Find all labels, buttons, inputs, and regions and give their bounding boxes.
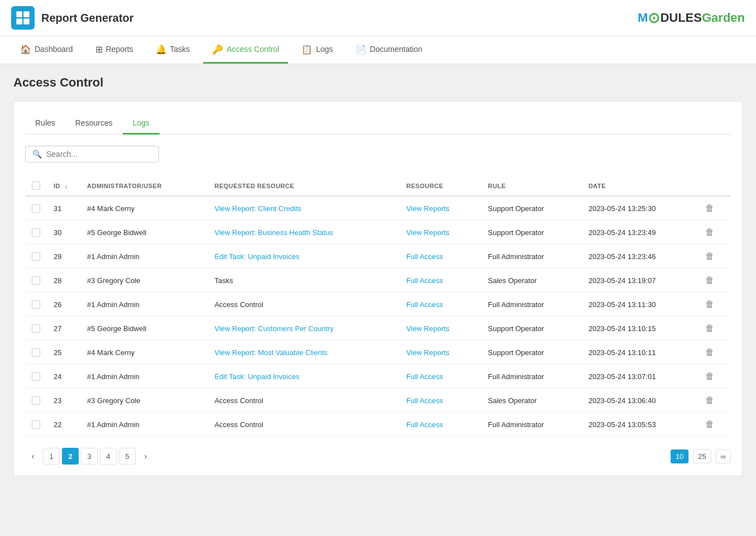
row-checkbox-28[interactable] (32, 276, 40, 285)
row-checkbox-cell (25, 389, 47, 413)
resource-link-26[interactable]: Full Access (406, 300, 443, 309)
page-btn-3[interactable]: 3 (81, 448, 98, 465)
delete-btn-29[interactable]: 🗑 (705, 251, 714, 261)
bell-icon: 🔔 (156, 44, 167, 55)
table-row: 24 #1 Admin Admin Edit Task: Unpaid Invo… (25, 365, 731, 389)
per-page-25[interactable]: 25 (693, 449, 711, 463)
prev-page-btn[interactable]: ‹ (25, 448, 41, 464)
per-page-10[interactable]: 10 (671, 449, 688, 463)
table-wrapper: ID ↓ Administrator/User Requested Resour… (25, 176, 731, 437)
resource-link-30[interactable]: View Reports (406, 228, 449, 237)
row-rule-30: Support Operator (481, 221, 582, 245)
resource-link-23[interactable]: Full Access (406, 396, 443, 405)
resource-link-28[interactable]: Full Access (406, 276, 443, 285)
nav-item-logs[interactable]: 📋 Logs (292, 36, 341, 64)
row-delete-cell-26: 🗑 (699, 293, 731, 317)
row-date-28: 2023-05-24 13:19:07 (582, 269, 699, 293)
svg-rect-1 (23, 11, 29, 17)
row-resource-26: Full Access (399, 293, 481, 317)
resource-link-25[interactable]: View Reports (406, 348, 449, 357)
row-user-23: #3 Gregory Cole (80, 389, 208, 413)
row-resource-requested-25: View Report: Most Valuable Clients (208, 341, 399, 365)
tab-logs[interactable]: Logs (123, 113, 160, 135)
delete-btn-27[interactable]: 🗑 (705, 323, 714, 333)
reports-icon: ⊞ (95, 44, 103, 55)
tab-rules[interactable]: Rules (25, 113, 65, 135)
row-id-23: 23 (47, 389, 80, 413)
row-user-22: #1 Admin Admin (80, 413, 208, 437)
row-delete-cell-31: 🗑 (699, 196, 731, 221)
row-rule-27: Support Operator (481, 317, 582, 341)
th-id[interactable]: ID ↓ (47, 176, 80, 196)
table-row: 26 #1 Admin Admin Access Control Full Ac… (25, 293, 731, 317)
th-requested-resource: Requested Resource (208, 176, 399, 196)
requested-resource-link-31[interactable]: View Report: Client Credits (214, 204, 301, 213)
delete-btn-31[interactable]: 🗑 (705, 203, 714, 213)
svg-rect-0 (16, 11, 22, 17)
pagination-right: 10 25 ∞ (671, 449, 731, 463)
row-user-27: #5 George Bidwell (80, 317, 208, 341)
nav-item-access-control[interactable]: 🔑 Access Control (203, 36, 288, 64)
delete-btn-24[interactable]: 🗑 (705, 371, 714, 381)
nav-label-dashboard: Dashboard (35, 45, 73, 54)
resource-link-22[interactable]: Full Access (406, 420, 443, 429)
row-resource-requested-29: Edit Task: Unpaid Invoices (208, 245, 399, 269)
row-user-24: #1 Admin Admin (80, 365, 208, 389)
delete-btn-22[interactable]: 🗑 (705, 419, 714, 429)
page-btn-2[interactable]: 2 (62, 448, 79, 465)
search-input[interactable] (46, 150, 152, 159)
row-resource-requested-31: View Report: Client Credits (208, 196, 399, 221)
per-page-infinity[interactable]: ∞ (716, 449, 731, 463)
resource-link-31[interactable]: View Reports (406, 204, 449, 213)
row-date-25: 2023-05-24 13:10:11 (582, 341, 699, 365)
requested-resource-link-29[interactable]: Edit Task: Unpaid Invoices (214, 252, 299, 261)
select-all-checkbox[interactable] (32, 181, 40, 190)
delete-btn-30[interactable]: 🗑 (705, 227, 714, 237)
row-resource-23: Full Access (399, 389, 481, 413)
row-checkbox-30[interactable] (32, 228, 40, 237)
nav-item-dashboard[interactable]: 🏠 Dashboard (11, 36, 82, 64)
row-checkbox-cell (25, 341, 47, 365)
row-checkbox-23[interactable] (32, 396, 40, 405)
requested-resource-link-25[interactable]: View Report: Most Valuable Clients (214, 348, 328, 357)
table-row: 31 #4 Mark Cerny View Report: Client Cre… (25, 196, 731, 221)
row-date-24: 2023-05-24 13:07:01 (582, 365, 699, 389)
page-btn-1[interactable]: 1 (43, 448, 60, 465)
next-page-btn[interactable]: › (138, 448, 153, 464)
row-checkbox-25[interactable] (32, 348, 40, 357)
row-checkbox-24[interactable] (32, 372, 40, 381)
delete-btn-25[interactable]: 🗑 (705, 347, 714, 357)
row-checkbox-27[interactable] (32, 324, 40, 333)
resource-link-29[interactable]: Full Access (406, 252, 443, 261)
row-checkbox-22[interactable] (32, 420, 40, 429)
row-user-28: #3 Gregory Cole (80, 269, 208, 293)
nav-label-tasks: Tasks (170, 45, 190, 54)
row-id-28: 28 (47, 269, 80, 293)
requested-resource-link-27[interactable]: View Report: Customers Per Country (214, 324, 334, 333)
delete-btn-28[interactable]: 🗑 (705, 275, 714, 285)
row-rule-25: Support Operator (481, 341, 582, 365)
row-user-29: #1 Admin Admin (80, 245, 208, 269)
delete-btn-23[interactable]: 🗑 (705, 395, 714, 405)
resource-link-27[interactable]: View Reports (406, 324, 449, 333)
requested-resource-link-24[interactable]: Edit Task: Unpaid Invoices (214, 372, 299, 381)
page-btn-5[interactable]: 5 (119, 448, 136, 465)
requested-resource-link-28: Tasks (214, 276, 233, 285)
row-checkbox-cell (25, 317, 47, 341)
resource-link-24[interactable]: Full Access (406, 372, 443, 381)
delete-btn-26[interactable]: 🗑 (705, 299, 714, 309)
nav-label-logs: Logs (316, 45, 333, 54)
row-checkbox-31[interactable] (32, 204, 40, 213)
row-checkbox-26[interactable] (32, 300, 40, 309)
row-checkbox-29[interactable] (32, 252, 40, 261)
tab-resources[interactable]: Resources (65, 113, 123, 135)
nav-item-documentation[interactable]: 📄 Documentation (346, 36, 431, 64)
nav-item-tasks[interactable]: 🔔 Tasks (147, 36, 199, 64)
requested-resource-link-30[interactable]: View Report: Business Health Status (214, 228, 333, 237)
nav-item-reports[interactable]: ⊞ Reports (86, 36, 142, 64)
row-resource-27: View Reports (399, 317, 481, 341)
page-btn-4[interactable]: 4 (100, 448, 117, 465)
nav-label-reports: Reports (106, 45, 133, 54)
page-title: Access Control (13, 75, 743, 90)
row-resource-24: Full Access (399, 365, 481, 389)
